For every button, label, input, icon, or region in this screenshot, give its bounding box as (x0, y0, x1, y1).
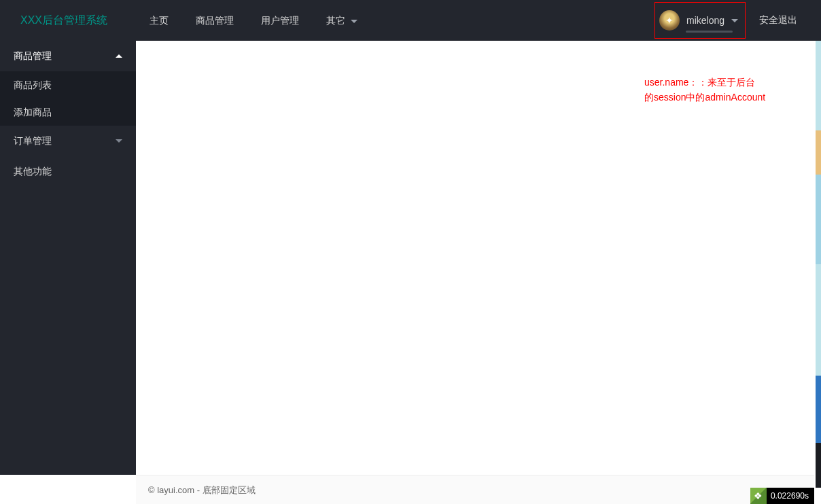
top-nav: 主页 商品管理 用户管理 其它 (136, 0, 371, 41)
nav-home[interactable]: 主页 (136, 0, 182, 41)
nav-other-label: 其它 (326, 15, 345, 26)
sidebar-group-other[interactable]: 其他功能 (0, 156, 136, 187)
sidebar-group-products-children: 商品列表 添加商品 (0, 71, 136, 126)
annotation-line2: 的session中的adminAccount (644, 90, 784, 105)
sidebar-group-label: 其他功能 (14, 156, 52, 187)
sidebar-group-products[interactable]: 商品管理 (0, 41, 136, 71)
username-label: mikelong (686, 15, 724, 26)
annotation-text: user.name：：来至于后台 的session中的adminAccount (644, 75, 784, 105)
sidebar-item-product-list[interactable]: 商品列表 (0, 71, 136, 98)
user-menu-underline (686, 31, 733, 33)
performance-value: 0.022690s (771, 491, 809, 501)
nav-users[interactable]: 用户管理 (247, 0, 313, 41)
footer: © layui.com - 底部固定区域 (136, 475, 814, 504)
avatar: ✦ (659, 10, 680, 31)
chevron-down-icon (351, 20, 357, 23)
app-logo[interactable]: XXX后台管理系统 (10, 14, 136, 28)
body: 商品管理 商品列表 添加商品 订单管理 其他功能 user.name：：来至于后… (0, 41, 821, 475)
performance-badge[interactable]: ❖ 0.022690s (750, 488, 814, 504)
footer-text: © layui.com - 底部固定区域 (148, 485, 256, 495)
logout-link[interactable]: 安全退出 (746, 14, 811, 26)
leaf-icon: ❖ (750, 488, 767, 504)
sidebar-item-add-product[interactable]: 添加商品 (0, 98, 136, 126)
sidebar: 商品管理 商品列表 添加商品 订单管理 其他功能 (0, 41, 136, 475)
annotation-line1: user.name：：来至于后台 (644, 75, 784, 90)
nav-other[interactable]: 其它 (313, 0, 371, 41)
top-header: XXX后台管理系统 主页 商品管理 用户管理 其它 ✦ mikelong 安全退… (0, 0, 821, 41)
chevron-up-icon (116, 54, 122, 58)
nav-products[interactable]: 商品管理 (182, 0, 247, 41)
right-edge-decoration (816, 41, 821, 488)
sidebar-group-label: 商品管理 (14, 41, 52, 71)
main-content: user.name：：来至于后台 的session中的adminAccount (136, 41, 821, 475)
chevron-down-icon (731, 19, 738, 22)
user-menu[interactable]: ✦ mikelong (654, 2, 746, 39)
chevron-down-icon (116, 139, 122, 143)
sidebar-group-orders[interactable]: 订单管理 (0, 126, 136, 156)
sidebar-group-label: 订单管理 (14, 126, 52, 156)
